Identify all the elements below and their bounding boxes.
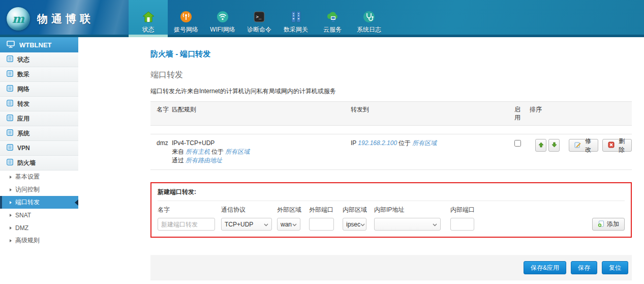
delete-x-icon	[608, 141, 615, 150]
router-admin-page: m 物通博联 状态 拨号网络 WIFI网络 >_ 诊断命令	[0, 0, 644, 284]
section-title: 端口转发	[150, 70, 632, 80]
home-icon	[142, 10, 155, 23]
rule-match: IPv4-TCP+UDP 来自所有主机位于所有区域 通过所有路由地址	[172, 139, 351, 165]
external-zone-select[interactable]: wan	[277, 218, 300, 231]
active-tab-underline	[129, 35, 168, 37]
terminal-icon: >_	[253, 10, 266, 23]
rule-route-address: 所有路由地址	[186, 157, 222, 164]
table-header: 名字 匹配规则 转发到 启用 排序	[150, 101, 632, 126]
external-port-input[interactable]	[309, 218, 334, 231]
top-nav: 状态 拨号网络 WIFI网络 >_ 诊断命令 数采网关 云服务	[129, 0, 387, 37]
internal-port-input[interactable]	[450, 218, 474, 231]
sidebar-subitem-snat[interactable]: SNAT	[0, 209, 78, 221]
sidebar: WTBLNET 状态 数采 网络 转发 应用	[0, 37, 78, 284]
sidebar-item-firewall[interactable]: 防火墙	[0, 156, 78, 171]
bullet-triangle-icon	[10, 226, 12, 230]
name-input[interactable]	[158, 218, 215, 231]
list-icon	[7, 85, 13, 93]
list-icon	[7, 115, 13, 123]
wifi-icon	[216, 10, 229, 23]
column-header-rule: 匹配规则	[172, 105, 351, 122]
name-label: 名字	[158, 206, 215, 213]
bullet-triangle-icon	[10, 176, 12, 179]
chevron-down-icon	[264, 221, 268, 228]
delete-button[interactable]: 删除	[602, 139, 632, 152]
sidebar-item-status[interactable]: 状态	[0, 52, 78, 67]
tab-status[interactable]: 状态	[129, 0, 168, 37]
save-apply-button[interactable]: 保存&应用	[524, 261, 566, 274]
header: m 物通博联 状态 拨号网络 WIFI网络 >_ 诊断命令	[0, 0, 644, 37]
chevron-down-icon	[433, 221, 437, 228]
edit-button[interactable]: 修改	[569, 139, 598, 152]
tab-system-logs[interactable]: 系统日志	[351, 0, 387, 37]
tab-cloud-service[interactable]: 云服务	[314, 0, 351, 37]
sidebar-item-forwarding[interactable]: 转发	[0, 97, 78, 111]
protocol-label: 通信协议	[221, 206, 272, 213]
brand-logo: m 物通博联	[0, 0, 129, 37]
reset-button[interactable]: 复位	[602, 261, 628, 274]
cloud-icon	[326, 10, 339, 23]
list-icon	[7, 144, 13, 152]
tab-wifi-network[interactable]: WIFI网络	[204, 0, 241, 37]
brand-sphere-icon: m	[7, 7, 30, 31]
protocol-select[interactable]: TCP+UDP	[221, 218, 272, 231]
sidebar-subitem-advanced-rules[interactable]: 高级规则	[0, 234, 78, 247]
forward-zone: 所有区域	[412, 139, 437, 147]
sidebar-item-network[interactable]: 网络	[0, 82, 78, 97]
tab-dial-network[interactable]: 拨号网络	[168, 0, 204, 37]
sidebar-item-apps[interactable]: 应用	[0, 111, 78, 126]
sidebar-item-vpn[interactable]: VPN	[0, 141, 78, 156]
sidebar-subitem-access-control[interactable]: 访问控制	[0, 183, 78, 196]
chevron-down-icon	[360, 221, 365, 228]
rule-protocol: IPv4-TCP+UDP	[172, 139, 351, 148]
enable-checkbox[interactable]	[514, 140, 521, 147]
form-title: 新建端口转发:	[158, 188, 625, 201]
footer-action-bar: 保存&应用 保存 复位	[150, 255, 632, 280]
list-icon	[7, 70, 13, 78]
list-icon	[7, 55, 13, 64]
brand-name: 物通博联	[37, 12, 94, 26]
list-icon	[7, 159, 13, 167]
svg-text:>_: >_	[256, 14, 262, 19]
column-header-name: 名字	[157, 105, 172, 122]
list-icon	[7, 100, 13, 108]
sidebar-device-header: WTBLNET	[0, 37, 78, 52]
save-button[interactable]: 保存	[571, 261, 597, 274]
tab-diagnostics[interactable]: >_ 诊断命令	[241, 0, 278, 37]
column-header-forward: 转发到	[351, 105, 514, 122]
rule-forward-to: IP192.168.2.100位于所有区域	[351, 139, 514, 165]
tab-data-gateway[interactable]: 数采网关	[278, 0, 314, 37]
new-port-forward-form: 新建端口转发: 名字 通信协议 TCP+UDP 外部区域	[150, 182, 632, 238]
chevron-down-icon	[292, 221, 297, 228]
internal-zone-select[interactable]: ipsec	[343, 218, 366, 231]
bullet-triangle-icon	[10, 214, 12, 217]
rule-name: dmz	[157, 139, 172, 165]
monitor-icon	[7, 41, 15, 49]
column-header-enable: 启用	[514, 105, 530, 122]
bullet-triangle-icon	[10, 239, 12, 242]
dial-network-icon	[179, 10, 193, 23]
rule-source-zone: 所有区域	[225, 148, 250, 155]
sort-up-button[interactable]	[535, 139, 546, 152]
gateway-icon	[289, 10, 302, 23]
active-item-notch-icon	[75, 200, 78, 206]
sidebar-subitem-port-forwarding[interactable]: 端口转发	[0, 196, 78, 209]
sidebar-item-data-collect[interactable]: 数采	[0, 67, 78, 82]
add-page-icon	[598, 220, 604, 229]
edit-pencil-icon	[574, 141, 581, 150]
sidebar-item-system[interactable]: 系统	[0, 126, 78, 141]
bullet-triangle-icon	[10, 188, 12, 191]
add-button[interactable]: 添加	[592, 218, 625, 231]
sort-down-button[interactable]	[548, 139, 560, 152]
forward-ip: 192.168.2.100	[358, 139, 397, 147]
internal-ip-select[interactable]	[374, 218, 441, 231]
main-content: 防火墙 - 端口转发 端口转发 端口转发允许来自Internet的计算机访问私有…	[78, 37, 644, 284]
internal-zone-label: 内部区域	[343, 206, 366, 213]
sidebar-subitem-dmz[interactable]: DMZ	[0, 221, 78, 234]
logs-icon	[362, 10, 376, 23]
external-port-label: 外部端口	[309, 206, 334, 213]
internal-port-label: 内部端口	[450, 206, 474, 213]
page-title: 防火墙 - 端口转发	[150, 49, 632, 59]
list-icon	[7, 129, 13, 137]
sidebar-subitem-basic-settings[interactable]: 基本设置	[0, 171, 78, 183]
